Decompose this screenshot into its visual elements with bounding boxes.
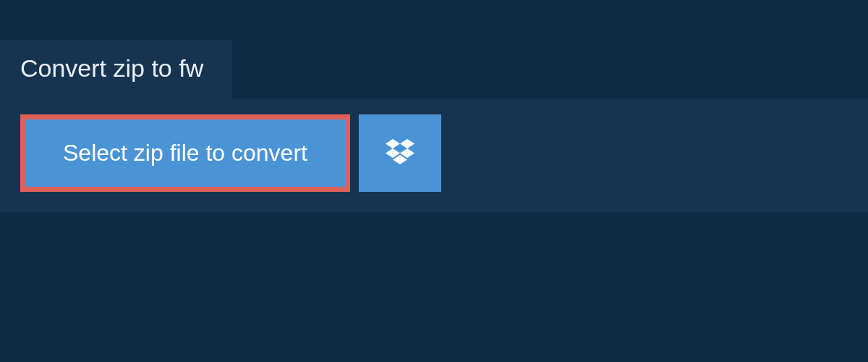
dropbox-icon (386, 139, 414, 167)
select-file-label: Select zip file to convert (63, 140, 307, 166)
tab-title: Convert zip to fw (20, 54, 203, 82)
tab-convert[interactable]: Convert zip to fw (0, 40, 232, 98)
select-button-highlight: Select zip file to convert (20, 114, 350, 192)
dropbox-button[interactable] (359, 114, 441, 192)
upload-panel: Select zip file to convert (0, 98, 868, 212)
select-file-button[interactable]: Select zip file to convert (25, 119, 345, 187)
